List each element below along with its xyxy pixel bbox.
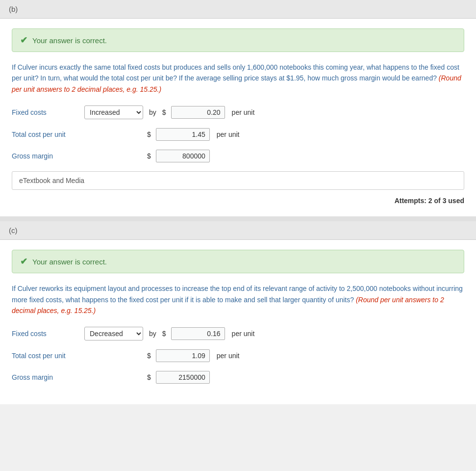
divider [0, 216, 476, 221]
total-cost-label-b: Total cost per unit [12, 131, 80, 138]
dollar-sign-fc-c: $ [162, 330, 166, 338]
etextbook-label-b: eTextbook and Media [19, 177, 84, 184]
dollar-sign-gm-b: $ [147, 152, 151, 160]
gross-margin-label-c: Gross margin [12, 373, 80, 381]
fixed-costs-row-c: Fixed costs Increased Decreased by $ per… [12, 327, 464, 340]
gross-margin-row-b: Gross margin $ [12, 150, 464, 162]
section-c: (c) ✔ Your answer is correct. If Culver … [0, 221, 476, 404]
attempts-line-b: Attempts: 2 of 3 used [12, 197, 464, 205]
etextbook-bar-b[interactable]: eTextbook and Media [12, 171, 464, 190]
fixed-costs-input-c[interactable] [171, 327, 225, 340]
section-c-header: (c) [0, 221, 476, 240]
per-unit-tc-b: per unit [217, 131, 240, 138]
alert-text-c: Your answer is correct. [32, 258, 107, 266]
check-icon-b: ✔ [20, 35, 27, 46]
fixed-costs-label-c: Fixed costs [12, 330, 80, 338]
dollar-sign-tc-b: $ [147, 131, 151, 138]
attempts-text-b: Attempts: 2 of 3 used [395, 197, 464, 205]
total-cost-input-c[interactable] [156, 349, 210, 362]
section-c-content: ✔ Your answer is correct. If Culver rewo… [0, 240, 476, 404]
fixed-costs-dropdown-c[interactable]: Increased Decreased [84, 327, 143, 340]
section-b-label: (b) [9, 5, 18, 13]
section-c-label: (c) [9, 226, 18, 235]
total-cost-label-c: Total cost per unit [12, 352, 80, 360]
section-b-content: ✔ Your answer is correct. If Culver incu… [0, 19, 476, 216]
total-cost-input-b[interactable] [156, 128, 210, 141]
by-label-b: by [149, 108, 156, 116]
total-cost-row-b: Total cost per unit $ per unit [12, 128, 464, 141]
dollar-sign-fc-b: $ [162, 108, 166, 116]
dollar-sign-tc-c: $ [147, 352, 151, 360]
dollar-sign-gm-c: $ [147, 373, 151, 381]
fixed-costs-input-b[interactable] [171, 106, 225, 119]
per-unit-fc-b: per unit [232, 108, 255, 116]
question-text-b: If Culver incurs exactly the same total … [12, 62, 464, 95]
per-unit-fc-c: per unit [232, 330, 255, 338]
total-cost-row-c: Total cost per unit $ per unit [12, 349, 464, 362]
fixed-costs-label-b: Fixed costs [12, 108, 80, 116]
fixed-costs-dropdown-b[interactable]: Increased Decreased [84, 105, 143, 119]
alert-success-b: ✔ Your answer is correct. [12, 28, 464, 52]
check-icon-c: ✔ [20, 256, 27, 267]
gross-margin-label-b: Gross margin [12, 152, 80, 160]
alert-text-b: Your answer is correct. [32, 36, 107, 45]
per-unit-tc-c: per unit [217, 352, 240, 360]
fixed-costs-row-b: Fixed costs Increased Decreased by $ per… [12, 105, 464, 119]
section-b-header: (b) [0, 0, 476, 19]
alert-success-c: ✔ Your answer is correct. [12, 250, 464, 273]
by-label-c: by [149, 330, 156, 338]
question-text-c: If Culver reworks its equipment layout a… [12, 283, 464, 316]
question-main-b: If Culver incurs exactly the same total … [12, 63, 459, 82]
gross-margin-row-c: Gross margin $ [12, 371, 464, 384]
gross-margin-input-b[interactable] [156, 150, 210, 162]
gross-margin-input-c[interactable] [156, 371, 210, 384]
section-b: (b) ✔ Your answer is correct. If Culver … [0, 0, 476, 216]
